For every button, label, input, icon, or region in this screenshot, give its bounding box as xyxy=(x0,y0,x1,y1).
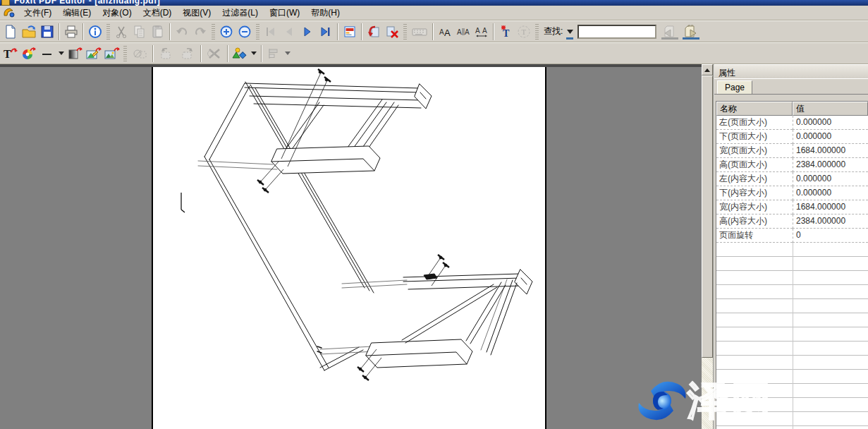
document-info-button[interactable] xyxy=(86,23,104,40)
info-icon xyxy=(88,25,102,39)
column-header-value[interactable]: 值 xyxy=(793,102,868,116)
print-icon xyxy=(64,25,78,39)
new-document-button[interactable] xyxy=(1,23,20,40)
next-page-button[interactable] xyxy=(298,23,317,40)
page-format-icon xyxy=(343,25,357,39)
replace-image-button[interactable] xyxy=(103,44,121,62)
property-value[interactable]: 0.000000 xyxy=(793,130,868,144)
add-shading-button[interactable] xyxy=(66,44,85,62)
char-spacing-button[interactable]: AA xyxy=(454,23,472,40)
find-next-button[interactable] xyxy=(680,23,702,40)
property-value[interactable]: 0.000000 xyxy=(793,186,868,200)
property-value[interactable]: 1684.000000 xyxy=(793,144,868,158)
menu-filter[interactable]: 过滤器(L) xyxy=(216,6,264,20)
delete-object-button[interactable] xyxy=(204,44,225,62)
property-name: 下(内容大小) xyxy=(716,186,793,200)
toolbar-gripper xyxy=(535,24,539,40)
property-value[interactable]: 0.000000 xyxy=(793,116,868,130)
document-canvas[interactable] xyxy=(0,64,702,429)
tab-page[interactable]: Page xyxy=(717,80,752,94)
properties-panel: 属性 Page 名称 值 左(页面大小) 0.000000 下(页面大小) 0.… xyxy=(714,64,868,429)
save-button[interactable] xyxy=(38,23,56,40)
keyboard-button[interactable] xyxy=(409,23,430,40)
toolbar-separator xyxy=(337,23,338,40)
new-document-icon xyxy=(4,25,18,39)
toolbar-gripper xyxy=(256,24,259,40)
menu-window[interactable]: 窗口(W) xyxy=(264,6,305,20)
zoom-out-button[interactable] xyxy=(236,23,254,40)
toolbar-separator xyxy=(200,45,202,62)
column-header-name[interactable]: 名称 xyxy=(716,102,793,116)
toolbar-gripper xyxy=(403,24,407,40)
zoom-in-button[interactable] xyxy=(217,23,236,40)
align-objects-button[interactable] xyxy=(264,44,283,62)
zoom-out-icon xyxy=(238,25,252,39)
align-dropdown-arrow[interactable] xyxy=(283,46,293,61)
property-value[interactable]: 0.000000 xyxy=(793,172,868,186)
paste-button[interactable] xyxy=(149,23,167,40)
last-page-button[interactable] xyxy=(317,23,335,40)
align-icon xyxy=(267,47,281,61)
property-value[interactable]: 2384.000000 xyxy=(793,158,868,172)
clone-object-button[interactable] xyxy=(129,44,150,62)
menu-help[interactable]: 帮助(H) xyxy=(305,6,346,20)
color-wheel-icon xyxy=(21,47,37,61)
property-row: 宽(内容大小) 1684.000000 xyxy=(716,200,868,214)
rotate-left-button[interactable] xyxy=(156,44,177,62)
previous-page-button[interactable] xyxy=(280,23,298,40)
toolbar-standard: AA AA AA T T 查找: xyxy=(0,20,868,42)
add-text-icon: T xyxy=(499,25,513,39)
add-text-button[interactable]: T xyxy=(496,23,515,40)
pdf-page[interactable] xyxy=(152,67,546,429)
undo-button[interactable] xyxy=(173,23,191,40)
svg-text:T: T xyxy=(522,28,527,36)
replace-font-button[interactable]: AA xyxy=(436,23,454,40)
property-value[interactable]: 2384.000000 xyxy=(793,214,868,229)
menu-object[interactable]: 对象(O) xyxy=(97,6,137,20)
delete-object-icon xyxy=(207,47,222,61)
menu-view[interactable]: 视图(V) xyxy=(177,6,216,20)
menu-file[interactable]: 文件(F) xyxy=(18,6,57,20)
scroll-up-arrow-icon xyxy=(704,68,710,72)
toolbar-gripper xyxy=(212,24,215,40)
text-object-icon: T xyxy=(3,47,18,61)
line-dropdown-arrow[interactable] xyxy=(56,46,66,61)
shape-dropdown-arrow[interactable] xyxy=(249,46,259,61)
insert-page-button[interactable] xyxy=(365,23,383,40)
word-spacing-button[interactable]: AA xyxy=(472,23,491,40)
edit-image-button[interactable] xyxy=(85,44,103,62)
toolbar-separator xyxy=(169,23,171,40)
add-color-button[interactable] xyxy=(20,44,38,62)
first-page-button[interactable] xyxy=(262,23,280,40)
toolbar-separator xyxy=(152,45,154,62)
menu-document[interactable]: 文档(D) xyxy=(137,6,178,20)
open-file-button[interactable] xyxy=(20,23,38,40)
find-previous-button[interactable] xyxy=(659,23,680,40)
property-name: 宽(页面大小) xyxy=(716,144,793,158)
first-page-icon xyxy=(264,25,278,39)
add-line-button[interactable] xyxy=(38,44,56,62)
find-input[interactable] xyxy=(577,25,656,39)
scrollbar-thumb[interactable] xyxy=(702,75,713,358)
redo-button[interactable] xyxy=(191,23,209,40)
delete-page-button[interactable] xyxy=(383,23,401,40)
cut-button[interactable] xyxy=(112,23,130,40)
print-button[interactable] xyxy=(62,23,80,40)
menu-edit[interactable]: 编辑(E) xyxy=(57,6,97,20)
rotate-left-icon xyxy=(159,47,174,61)
vertical-scrollbar[interactable] xyxy=(702,64,713,429)
redo-icon xyxy=(193,25,207,39)
find-dropdown-arrow[interactable] xyxy=(565,24,575,40)
text-circle-button[interactable]: T xyxy=(515,23,533,40)
next-page-icon xyxy=(300,25,314,39)
find-next-icon xyxy=(684,25,698,39)
scroll-up-button[interactable] xyxy=(702,64,713,75)
rotate-right-button[interactable] xyxy=(177,44,198,62)
property-value[interactable]: 1684.000000 xyxy=(793,200,868,214)
svg-text:A: A xyxy=(465,28,470,36)
add-shape-button[interactable] xyxy=(231,44,249,62)
copy-button[interactable] xyxy=(130,23,149,40)
add-text-object-button[interactable]: T xyxy=(1,44,20,62)
property-value[interactable]: 0 xyxy=(793,229,868,243)
page-format-button[interactable] xyxy=(341,23,359,40)
